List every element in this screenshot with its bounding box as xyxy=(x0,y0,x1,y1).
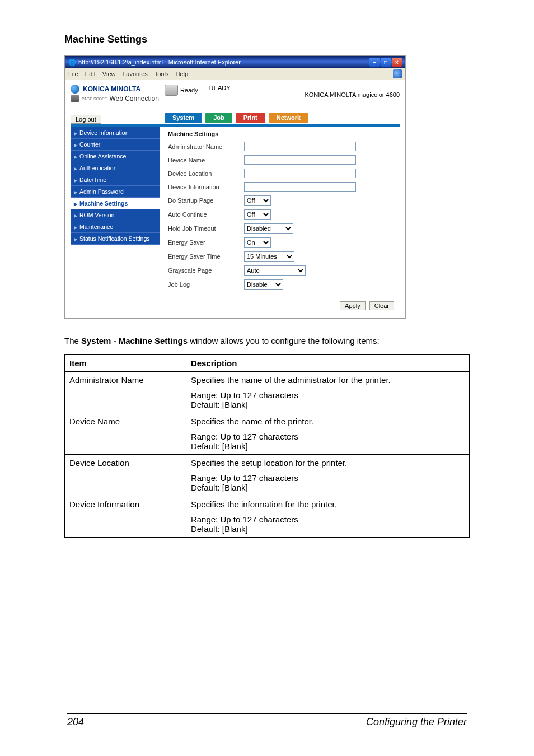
tab-print[interactable]: Print xyxy=(236,113,265,123)
default-text: Default: [Blank] xyxy=(191,400,465,409)
range-text: Range: Up to 127 characters xyxy=(191,432,465,441)
description-table: Item Description Administrator Name Spec… xyxy=(64,354,470,538)
table-row: Device Name Specifies the name of the pr… xyxy=(65,413,470,454)
status-label: Ready xyxy=(180,87,198,94)
sidebar-item-machine-settings[interactable]: Machine Settings xyxy=(71,198,160,209)
para-pre: The xyxy=(64,336,81,346)
ie-logo-icon xyxy=(393,69,402,78)
cell-desc: Specifies the name of the administrator … xyxy=(186,371,469,413)
menu-favorites[interactable]: Favorites xyxy=(123,71,148,77)
sidebar-item-rom-version[interactable]: ROM Version xyxy=(71,209,160,221)
desc-text: Specifies the setup location for the pri… xyxy=(191,458,465,468)
label-device-info: Device Information xyxy=(168,184,235,190)
grayscale-select[interactable]: Auto xyxy=(244,265,306,276)
page-heading: Machine Settings xyxy=(64,34,470,45)
tab-system[interactable]: System xyxy=(165,113,202,123)
pagescope-prefix: PAGE SCOPE xyxy=(82,97,107,101)
job-log-select[interactable]: Disable xyxy=(244,279,283,290)
apply-button[interactable]: Apply xyxy=(340,301,366,310)
maximize-icon[interactable]: □ xyxy=(381,58,391,67)
para-bold: System - Machine Settings xyxy=(81,336,188,346)
logout-button[interactable]: Log out xyxy=(71,115,101,124)
cell-item: Device Information xyxy=(65,496,186,537)
label-grayscale: Grayscale Page xyxy=(168,267,235,274)
titlebar-text: http://192.168.1.2/a_index.html - Micros… xyxy=(78,59,241,66)
label-startup: Do Startup Page xyxy=(168,197,235,204)
cell-desc: Specifies the information for the printe… xyxy=(186,496,469,537)
brand-sub: PAGE SCOPE Web Connection xyxy=(71,95,159,102)
device-name-field[interactable] xyxy=(244,155,356,165)
th-desc: Description xyxy=(186,354,469,371)
sidebar-item-counter[interactable]: Counter xyxy=(71,139,160,151)
menu-help[interactable]: Help xyxy=(175,71,188,77)
form-title: Machine Settings xyxy=(168,130,399,137)
menu-file[interactable]: File xyxy=(68,71,78,77)
admin-name-field[interactable] xyxy=(244,142,356,151)
label-admin-name: Administrator Name xyxy=(168,143,235,150)
range-text: Range: Up to 127 characters xyxy=(191,390,465,400)
model-label: KONICA MINOLTA magicolor 4600 xyxy=(305,91,400,98)
default-text: Default: [Blank] xyxy=(191,483,465,492)
sidebar: Device Information Counter Online Assist… xyxy=(71,127,160,297)
titlebar: 🌐 http://192.168.1.2/a_index.html - Micr… xyxy=(65,56,405,68)
sidebar-item-authentication[interactable]: Authentication xyxy=(71,162,160,174)
energy-saver-select[interactable]: On xyxy=(244,237,271,248)
footer: 204 Configuring the Printer xyxy=(67,713,467,728)
label-device-location: Device Location xyxy=(168,170,235,177)
tab-job[interactable]: Job xyxy=(205,113,232,123)
intro-paragraph: The System - Machine Settings window all… xyxy=(64,335,470,347)
label-hold-job: Hold Job Timeout xyxy=(168,225,235,232)
clear-button[interactable]: Clear xyxy=(369,301,394,310)
table-row: Administrator Name Specifies the name of… xyxy=(65,371,470,413)
status-big: READY xyxy=(209,85,231,91)
brand-logo-icon xyxy=(71,85,79,94)
menubar: File Edit View Favorites Tools Help xyxy=(65,68,405,80)
cell-item: Device Name xyxy=(65,413,186,454)
brand-sub-text: Web Connection xyxy=(109,95,159,102)
label-energy-saver-time: Energy Saver Time xyxy=(168,253,235,260)
sidebar-item-device-information[interactable]: Device Information xyxy=(71,127,160,139)
sidebar-item-status-notification[interactable]: Status Notification Settings xyxy=(71,233,160,245)
default-text: Default: [Blank] xyxy=(191,441,465,451)
th-item: Item xyxy=(65,354,186,371)
desc-text: Specifies the name of the administrator … xyxy=(191,375,465,385)
label-auto-continue: Auto Continue xyxy=(168,211,235,218)
sidebar-item-maintenance[interactable]: Maintenance xyxy=(71,221,160,233)
range-text: Range: Up to 127 characters xyxy=(191,515,465,524)
menu-view[interactable]: View xyxy=(102,71,116,77)
cell-item: Device Location xyxy=(65,454,186,496)
device-info-field[interactable] xyxy=(244,182,356,192)
menu-edit[interactable]: Edit xyxy=(85,71,96,77)
default-text: Default: [Blank] xyxy=(191,524,465,534)
hold-job-select[interactable]: Disabled xyxy=(244,223,293,234)
close-icon[interactable]: × xyxy=(392,58,402,67)
label-energy-saver: Energy Saver xyxy=(168,239,235,246)
menu-tools[interactable]: Tools xyxy=(154,71,169,77)
para-post: window allows you to configure the follo… xyxy=(188,336,380,346)
brand-text: KONICA MINOLTA xyxy=(83,85,140,93)
startup-select[interactable]: Off xyxy=(244,195,271,206)
cell-desc: Specifies the name of the printer. Range… xyxy=(186,413,469,454)
brand: KONICA MINOLTA xyxy=(71,85,159,94)
form-area: Machine Settings Administrator Name Devi… xyxy=(160,127,400,297)
page-number: 204 xyxy=(67,716,84,728)
printer-status-icon xyxy=(165,85,178,96)
cell-item: Administrator Name xyxy=(65,371,186,413)
sidebar-item-date-time[interactable]: Date/Time xyxy=(71,174,160,186)
sidebar-item-online-assistance[interactable]: Online Assistance xyxy=(71,151,160,162)
table-row: Device Location Specifies the setup loca… xyxy=(65,454,470,496)
sidebar-item-admin-password[interactable]: Admin Password xyxy=(71,186,160,198)
tab-network[interactable]: Network xyxy=(269,113,308,123)
table-row: Device Information Specifies the informa… xyxy=(65,496,470,537)
desc-text: Specifies the name of the printer. xyxy=(191,417,465,426)
range-text: Range: Up to 127 characters xyxy=(191,473,465,483)
browser-window: 🌐 http://192.168.1.2/a_index.html - Micr… xyxy=(64,55,406,319)
cell-desc: Specifies the setup location for the pri… xyxy=(186,454,469,496)
minimize-icon[interactable]: – xyxy=(369,58,380,67)
footer-section: Configuring the Printer xyxy=(366,716,467,728)
auto-continue-select[interactable]: Off xyxy=(244,209,271,220)
ie-icon: 🌐 xyxy=(68,59,76,66)
device-location-field[interactable] xyxy=(244,169,356,178)
energy-saver-time-select[interactable]: 15 Minutes xyxy=(244,251,294,262)
label-device-name: Device Name xyxy=(168,157,235,164)
